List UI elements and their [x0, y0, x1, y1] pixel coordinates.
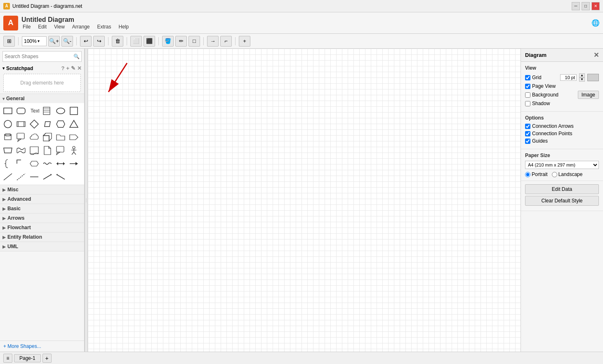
grid-down-button[interactable]: ▼ — [579, 77, 585, 82]
shape-rounded-rect[interactable] — [15, 105, 27, 117]
grid-color-picker[interactable] — [587, 74, 599, 81]
redo-button[interactable]: ↪ — [93, 36, 105, 47]
waypoint-button[interactable]: ⌐ — [220, 36, 232, 47]
edit-data-button[interactable]: Edit Data — [525, 184, 599, 194]
line-color-button[interactable]: ✏ — [175, 36, 187, 47]
scratchpad-close-icon[interactable]: ✕ — [77, 65, 82, 71]
shape-partial-rect[interactable] — [15, 157, 27, 170]
category-basic-header[interactable]: ▶ Basic — [0, 204, 84, 213]
landscape-label[interactable]: Landscape — [552, 171, 583, 177]
shape-cylinder[interactable] — [2, 131, 14, 143]
page-view-label[interactable]: Page View — [525, 83, 556, 89]
connection-arrows-checkbox[interactable] — [525, 124, 530, 129]
shape-dashed-line[interactable] — [15, 171, 27, 183]
shape-page[interactable] — [41, 144, 54, 157]
shape-callout[interactable] — [15, 131, 27, 143]
to-back-button[interactable]: ⬛ — [144, 36, 155, 47]
category-misc-header[interactable]: ▶ Misc — [0, 185, 84, 194]
shape-line[interactable] — [2, 171, 14, 183]
category-advanced-header[interactable]: ▶ Advanced — [0, 195, 84, 204]
portrait-label[interactable]: Portrait — [525, 171, 548, 177]
shadow-checkbox[interactable] — [525, 101, 530, 106]
scratchpad-add-icon[interactable]: + — [66, 65, 69, 71]
add-page-button[interactable]: + — [42, 354, 52, 363]
shape-rect[interactable] — [2, 105, 14, 117]
scratchpad-help-icon[interactable]: ? — [61, 65, 64, 71]
connection-arrows-label[interactable]: Connection Arrows — [525, 123, 574, 129]
scratchpad-header[interactable]: ▾ Scratchpad ? + ✎ ✕ — [0, 64, 84, 72]
zoom-level[interactable]: 100% ▾ — [22, 36, 47, 46]
menu-extras[interactable]: Extras — [96, 23, 113, 30]
maximize-button[interactable]: □ — [582, 2, 590, 10]
grid-label[interactable]: Grid — [525, 75, 542, 80]
shape-cube[interactable] — [41, 131, 54, 143]
format-toggle-button[interactable]: ⊞ — [3, 36, 15, 47]
shape-step[interactable] — [68, 131, 80, 143]
shape-note[interactable] — [41, 105, 54, 117]
guides-checkbox[interactable] — [525, 139, 530, 144]
menu-arrange[interactable]: Arrange — [71, 23, 91, 30]
shape-double-arrow[interactable] — [54, 157, 67, 170]
connection-button[interactable]: → — [207, 36, 219, 47]
shape-folder[interactable] — [54, 131, 67, 143]
shape-square[interactable] — [68, 105, 80, 117]
paper-size-select[interactable]: A4 (210 mm x 297 mm) — [525, 161, 599, 169]
canvas-area[interactable] — [88, 49, 521, 352]
sidebar-resize-handle[interactable]: ⋮ — [85, 49, 88, 352]
shape-line-reverse[interactable] — [54, 171, 67, 183]
shape-display[interactable] — [28, 157, 40, 170]
undo-button[interactable]: ↩ — [80, 36, 92, 47]
category-flowchart-header[interactable]: ▶ Flowchart — [0, 223, 84, 232]
shape-tape[interactable] — [15, 144, 27, 157]
shape-squiggle[interactable] — [41, 157, 54, 170]
shape-trapezoid[interactable] — [2, 144, 14, 157]
page-menu-button[interactable]: ≡ — [3, 354, 12, 363]
shape-speech-bubble[interactable] — [54, 144, 67, 157]
zoom-in-button[interactable]: 🔍+ — [48, 36, 60, 47]
shape-triangle[interactable] — [68, 118, 80, 130]
shape-diagonal-line[interactable] — [28, 171, 40, 183]
menu-file[interactable]: File — [21, 23, 32, 30]
page-tab[interactable]: Page-1 — [14, 354, 41, 362]
background-label[interactable]: Background — [525, 92, 558, 98]
delete-button[interactable]: 🗑 — [112, 36, 123, 47]
category-uml-header[interactable]: ▶ UML — [0, 242, 84, 251]
globe-icon[interactable]: 🌐 — [591, 19, 600, 27]
menu-edit[interactable]: Edit — [37, 23, 48, 30]
landscape-radio[interactable] — [552, 172, 557, 177]
fill-color-button[interactable]: 🪣 — [162, 36, 174, 47]
shadow-button[interactable]: □ — [188, 36, 200, 47]
connection-points-checkbox[interactable] — [525, 131, 530, 136]
shadow-label[interactable]: Shadow — [525, 101, 550, 106]
grid-value-input[interactable] — [560, 74, 577, 81]
minimize-button[interactable]: ─ — [572, 2, 580, 10]
shape-circle[interactable] — [2, 118, 14, 130]
close-button[interactable]: ✕ — [591, 2, 600, 10]
shape-parallelogram[interactable] — [41, 118, 54, 130]
canvas-grid[interactable] — [88, 49, 521, 352]
menu-help[interactable]: Help — [118, 23, 130, 30]
shape-ellipse[interactable] — [54, 105, 67, 117]
background-image-button[interactable]: Image — [578, 91, 599, 99]
page-view-checkbox[interactable] — [525, 84, 530, 89]
menu-view[interactable]: View — [53, 23, 66, 30]
category-er-header[interactable]: ▶ Entity Relation — [0, 232, 84, 242]
portrait-radio[interactable] — [525, 172, 530, 177]
shape-brace[interactable] — [2, 157, 14, 170]
more-shapes-button[interactable]: + More Shapes... — [0, 341, 84, 352]
grid-up-button[interactable]: ▲ — [579, 73, 585, 77]
scratchpad-edit-icon[interactable]: ✎ — [71, 65, 75, 71]
connection-points-label[interactable]: Connection Points — [525, 131, 572, 136]
guides-label[interactable]: Guides — [525, 138, 548, 144]
search-input[interactable] — [5, 54, 73, 59]
shape-arrow[interactable] — [68, 157, 80, 170]
shape-document[interactable] — [28, 144, 40, 157]
background-checkbox[interactable] — [525, 92, 530, 98]
clear-default-style-button[interactable]: Clear Default Style — [525, 196, 599, 206]
grid-checkbox[interactable] — [525, 75, 530, 80]
to-front-button[interactable]: ⬜ — [130, 36, 142, 47]
insert-button[interactable]: + — [239, 36, 250, 47]
zoom-out-button[interactable]: 🔍- — [61, 36, 73, 47]
shape-hexagon[interactable] — [54, 118, 67, 130]
diagram-title[interactable]: Untitled Diagram — [21, 16, 130, 23]
